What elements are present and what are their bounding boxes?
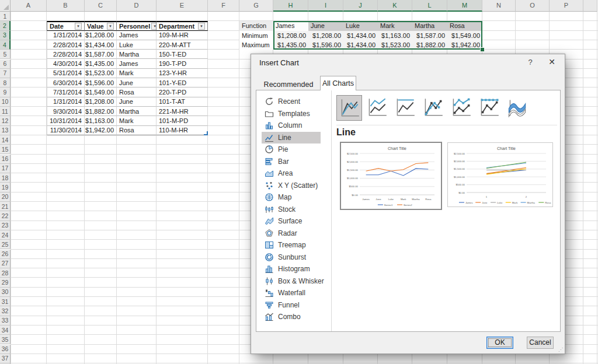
- row-header-10[interactable]: 10: [0, 97, 11, 107]
- chart-preview-selected[interactable]: Chart Title$2,500.00$2,000.00$1,500.00$1…: [340, 142, 442, 210]
- chart-type-templates[interactable]: Templates: [262, 108, 321, 120]
- maximum-value-cell[interactable]: $1,435.00: [273, 40, 308, 50]
- table-cell[interactable]: $1,208.00: [85, 97, 117, 107]
- row-header-11[interactable]: 11: [0, 107, 11, 116]
- table-cell[interactable]: Martha: [117, 107, 157, 116]
- table-cell[interactable]: 101-Y-ED: [157, 78, 208, 88]
- table-cell[interactable]: 220-T-PD: [157, 88, 208, 97]
- chart-type-stock[interactable]: Stock: [262, 204, 321, 215]
- column-header-P[interactable]: P: [550, 0, 583, 12]
- row-header-16[interactable]: 16: [0, 155, 11, 164]
- table-cell[interactable]: 123-Y-HR: [157, 69, 208, 78]
- table-cell[interactable]: Mark: [117, 116, 157, 125]
- row-header-12[interactable]: 12: [0, 116, 11, 125]
- table-cell[interactable]: Luke: [117, 40, 157, 50]
- row-header-4[interactable]: 4: [0, 40, 11, 50]
- row-header-30[interactable]: 30: [0, 288, 11, 297]
- table-cell[interactable]: $1,163.00: [85, 116, 117, 125]
- table-cell[interactable]: 2/28/2014: [47, 40, 85, 50]
- table-cell[interactable]: June: [117, 78, 157, 88]
- table-cell[interactable]: 101-M-PD: [157, 116, 208, 125]
- row-header-3[interactable]: 3: [0, 31, 11, 40]
- dialog-titlebar[interactable]: Insert Chart ? ✕: [251, 54, 565, 72]
- maximum-value-cell[interactable]: $1,596.00: [308, 40, 343, 50]
- table-cell[interactable]: $1,434.00: [85, 40, 117, 50]
- table-cell[interactable]: 101-T-AT: [157, 97, 208, 107]
- select-all-button[interactable]: [0, 0, 11, 12]
- row-header-6[interactable]: 6: [0, 60, 11, 69]
- subtype-3-d-line-icon[interactable]: [505, 95, 530, 121]
- column-header-O[interactable]: O: [516, 0, 550, 12]
- table-cell[interactable]: 221-M-HR: [157, 107, 208, 116]
- row-header-23[interactable]: 23: [0, 221, 11, 230]
- minimum-value-cell[interactable]: $1,549.00: [447, 31, 482, 40]
- table-resize-handle[interactable]: [204, 131, 208, 135]
- subtype-line-icon[interactable]: [336, 95, 362, 121]
- row-header-24[interactable]: 24: [0, 230, 11, 240]
- filter-dropdown-icon[interactable]: ▼: [151, 23, 157, 30]
- table-cell[interactable]: $1,435.00: [85, 59, 117, 68]
- column-header-B[interactable]: B: [47, 0, 85, 12]
- row-header-15[interactable]: 15: [0, 145, 11, 154]
- table-cell[interactable]: $1,208.00: [85, 31, 117, 40]
- table-cell[interactable]: $1,882.00: [85, 107, 117, 116]
- column-header-D[interactable]: D: [117, 0, 157, 12]
- function-header-cell[interactable]: Function: [239, 21, 273, 30]
- table-cell[interactable]: 110-M-HR: [157, 126, 208, 135]
- filter-dropdown-icon[interactable]: ▼: [198, 23, 205, 30]
- row-header-17[interactable]: 17: [0, 164, 11, 173]
- row-header-37[interactable]: 37: [0, 354, 11, 363]
- chart-preview-alt[interactable]: Chart Title$2,500.00$2,000.00$1,500.00$1…: [447, 142, 553, 207]
- row-header-35[interactable]: 35: [0, 335, 11, 344]
- row-header-36[interactable]: 36: [0, 345, 11, 354]
- maximum-value-cell[interactable]: $1,942.00: [447, 40, 482, 50]
- table-cell[interactable]: Rosa: [117, 88, 157, 97]
- table-cell[interactable]: Rosa: [117, 126, 157, 135]
- table-cell[interactable]: 4/30/2014: [47, 59, 85, 68]
- row-header-25[interactable]: 25: [0, 240, 11, 249]
- table-cell[interactable]: $1,523.00: [85, 69, 117, 78]
- row-header-31[interactable]: 31: [0, 297, 11, 306]
- table-cell[interactable]: 6/30/2014: [47, 78, 85, 88]
- table-cell[interactable]: 10/31/2014: [47, 116, 85, 125]
- chart-type-line[interactable]: Line: [262, 132, 321, 144]
- subtype-100-stacked-line-with-markers-icon[interactable]: [477, 95, 502, 121]
- chart-type-bar[interactable]: Bar: [262, 156, 321, 167]
- table-cell[interactable]: June: [117, 97, 157, 107]
- table-header-department[interactable]: Department▼: [157, 21, 208, 30]
- chart-type-histogram[interactable]: Histogram: [262, 263, 321, 275]
- minimum-value-cell[interactable]: $1,208.00: [308, 31, 343, 40]
- chart-type-sunburst[interactable]: Sunburst: [262, 251, 321, 263]
- subtype-100-stacked-line-icon[interactable]: [392, 95, 418, 121]
- chart-type-column[interactable]: Column: [262, 120, 321, 131]
- row-header-29[interactable]: 29: [0, 278, 11, 287]
- person-header-cell[interactable]: James: [273, 21, 308, 30]
- row-header-1[interactable]: 1: [0, 12, 11, 21]
- person-header-cell[interactable]: Mark: [378, 21, 412, 30]
- column-header-J[interactable]: J: [343, 0, 378, 12]
- column-header-I[interactable]: I: [308, 0, 343, 12]
- column-header-G[interactable]: G: [239, 0, 273, 12]
- table-cell[interactable]: 109-M-HR: [157, 31, 208, 40]
- tab-recommended-charts[interactable]: Recommended Charts: [256, 79, 321, 90]
- column-header-K[interactable]: K: [378, 0, 412, 12]
- minimum-label-cell[interactable]: Minimum: [239, 31, 273, 40]
- table-cell[interactable]: 7/31/2014: [47, 88, 85, 97]
- chart-type-radar[interactable]: Radar: [262, 228, 321, 239]
- chart-type-surface[interactable]: Surface: [262, 215, 321, 227]
- row-header-34[interactable]: 34: [0, 326, 11, 335]
- row-header-32[interactable]: 32: [0, 306, 11, 316]
- table-cell[interactable]: Martha: [117, 50, 157, 59]
- table-cell[interactable]: 9/30/2014: [47, 107, 85, 116]
- minimum-value-cell[interactable]: $1,163.00: [378, 31, 412, 40]
- filter-dropdown-icon[interactable]: ▼: [75, 23, 82, 30]
- table-cell[interactable]: 11/30/2014: [47, 126, 85, 135]
- minimum-value-cell[interactable]: $1,208.00: [273, 31, 308, 40]
- maximum-label-cell[interactable]: Maximum: [239, 40, 273, 50]
- row-header-28[interactable]: 28: [0, 268, 11, 278]
- row-header-27[interactable]: 27: [0, 259, 11, 268]
- chart-type-combo[interactable]: Combo: [262, 311, 321, 323]
- chart-type-funnel[interactable]: Funnel: [262, 299, 321, 311]
- column-header-A[interactable]: A: [11, 0, 47, 12]
- table-cell[interactable]: 150-T-ED: [157, 50, 208, 59]
